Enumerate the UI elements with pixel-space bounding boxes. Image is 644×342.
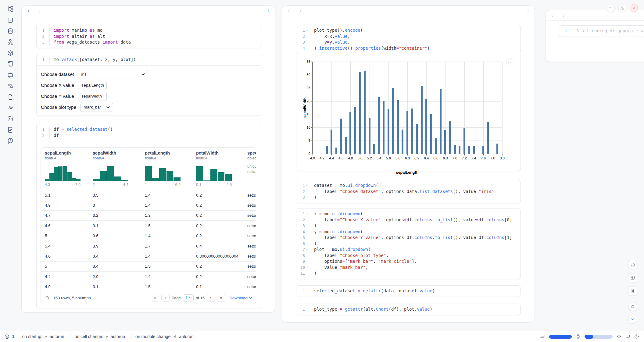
- cpu-usage-bar[interactable]: [585, 335, 613, 339]
- table-row[interactable]: 5.1 3.5 1.4 0.2 setos: [41, 190, 256, 200]
- memory-usage-bar[interactable]: [549, 335, 572, 339]
- code-line[interactable]: ): [310, 223, 520, 229]
- cell-dataframe[interactable]: 1 df = selected_dataset() 2 df sepalLeng…: [36, 124, 261, 308]
- cell-plot-type[interactable]: 1 plot_type = getattr(alt.Chart(df), plo…: [297, 304, 521, 315]
- prev-page-button[interactable]: ‹: [161, 294, 170, 302]
- code-line[interactable]: ): [310, 194, 520, 201]
- column-left-icon[interactable]: [27, 9, 31, 13]
- minimap-button[interactable]: [628, 302, 637, 311]
- code-line[interactable]: x = mo.ui.dropdown(: [310, 211, 520, 217]
- cell-dataset-dropdown[interactable]: 1 › dataset = mo.ui.dropdown( 2 label="C…: [297, 180, 521, 203]
- dropdown-select[interactable]: mark_bar: [80, 103, 113, 112]
- shutdown-button[interactable]: [630, 4, 638, 12]
- column-header-species[interactable]: speci objec uniqu nulls:: [247, 151, 256, 190]
- fold-chevron-icon[interactable]: ›: [305, 230, 309, 233]
- code-line[interactable]: ): [310, 270, 520, 276]
- datasources-icon[interactable]: [7, 28, 14, 34]
- column-header[interactable]: petalWidth float64 0.1 2.5: [196, 151, 247, 190]
- table-row[interactable]: 4.6 3.4 1.4 0.30000000000000004 setos: [41, 251, 256, 261]
- fold-chevron-icon[interactable]: ›: [305, 184, 309, 187]
- runtime-config-item[interactable]: on module change: autorun ›: [135, 334, 200, 339]
- code-line[interactable]: mo.vstack([dataset, x, y, plot]): [49, 57, 261, 63]
- ai-sparkle-icon[interactable]: [617, 334, 621, 339]
- code-line[interactable]: label="Choose dataset", options=data.lis…: [310, 189, 520, 195]
- fold-chevron-icon[interactable]: ›: [305, 248, 309, 251]
- fold-chevron-icon[interactable]: ›: [305, 212, 309, 216]
- search-icon[interactable]: [45, 295, 50, 301]
- table-row[interactable]: 5 3.6 1.4 0.2 setos: [41, 231, 256, 241]
- menu-button[interactable]: [606, 4, 615, 12]
- dependency-graph-icon[interactable]: [7, 39, 14, 45]
- column-right-icon[interactable]: [298, 9, 302, 13]
- add-column-button[interactable]: +: [267, 9, 270, 13]
- add-column-button[interactable]: +: [526, 9, 530, 13]
- dropdown-select[interactable]: iris: [78, 70, 148, 79]
- code-line[interactable]: import altair as alt: [49, 34, 261, 40]
- code-line[interactable]: ): [310, 241, 520, 247]
- documentation-icon[interactable]: [7, 94, 14, 100]
- table-row[interactable]: 4.4 2.9 1.4 0.2 setos: [41, 271, 256, 281]
- dropdown-select[interactable]: sepalLength: [78, 81, 107, 90]
- file-tree-icon[interactable]: [7, 6, 14, 12]
- table-row[interactable]: 5.4 3.9 1.7 0.4 setos: [41, 241, 256, 251]
- chart-options-button[interactable]: ···: [506, 59, 514, 66]
- code-line[interactable]: y=y.value,: [310, 39, 520, 45]
- chart-plot-area[interactable]: 4.04.24.44.64.85.05.25.45.65.86.06.26.46…: [312, 62, 502, 154]
- fold-chevron-icon[interactable]: ›: [305, 29, 309, 32]
- code-line[interactable]: from vega_datasets import data: [49, 39, 261, 45]
- code-line[interactable]: df = selected_dataset(): [49, 126, 261, 133]
- code-placeholder[interactable]: Start coding or generate with: [572, 28, 644, 34]
- tracing-icon[interactable]: [7, 105, 14, 111]
- code-line[interactable]: df: [49, 133, 261, 139]
- scroll-to-cell-button[interactable]: [628, 315, 637, 324]
- cell-xy-plot-dropdowns[interactable]: 1 › x = mo.ui.dropdown( 2 label="Choose …: [297, 208, 521, 279]
- code-line[interactable]: value="mark_bar",: [310, 265, 520, 271]
- code-line[interactable]: x=x.value,: [310, 34, 520, 40]
- table-row[interactable]: 4.9 3 1.4 0.2 setos: [41, 200, 256, 210]
- column-header[interactable]: sepalLength float64 4.3 7.9: [45, 151, 93, 190]
- cell-selected-dataset[interactable]: 1 selected_dataset = getattr(data, datas…: [297, 285, 521, 297]
- cell-plot[interactable]: 1 › plot_type().encode( 2 x=x.value, 3 y…: [297, 25, 521, 54]
- code-line[interactable]: options=["mark_bar", "mark_circle"],: [310, 258, 520, 265]
- scratchpad-icon[interactable]: [7, 126, 14, 133]
- scripts-icon[interactable]: [7, 61, 14, 67]
- history-clock-icon[interactable]: [634, 334, 639, 339]
- feedback-icon[interactable]: [625, 334, 630, 339]
- table-row[interactable]: 4.6 3.1 1.5 0.2 setos: [41, 220, 256, 230]
- code-line[interactable]: dataset = mo.ui.dropdown(: [310, 183, 520, 189]
- functions-icon[interactable]: [7, 17, 14, 23]
- keyboard-icon[interactable]: [539, 334, 545, 339]
- cell-imports[interactable]: 1 import marimo as mo 2 import altair as…: [36, 25, 261, 48]
- code-line[interactable]: selected_dataset = getattr(data, dataset…: [310, 288, 520, 294]
- table-row[interactable]: 5 3.4 1.5 0.2 setos: [41, 261, 256, 271]
- first-page-button[interactable]: «: [151, 294, 159, 302]
- error-indicator[interactable]: 0: [4, 334, 14, 339]
- table-row[interactable]: 4.7 3.2 1.3 0.2 setos: [41, 210, 256, 220]
- column-right-icon[interactable]: [38, 9, 42, 13]
- next-page-button[interactable]: ›: [207, 294, 215, 302]
- packages-icon[interactable]: [7, 50, 14, 56]
- runtime-config-item[interactable]: on cell change: autorun: [74, 334, 131, 339]
- last-page-button[interactable]: »: [217, 294, 225, 302]
- page-select[interactable]: 1: [183, 294, 194, 301]
- code-line[interactable]: ).interactive().properties(width="contai…: [310, 45, 520, 52]
- code-line[interactable]: label="Choose plot type",: [310, 253, 520, 259]
- column-left-icon[interactable]: [550, 13, 555, 18]
- logs-icon[interactable]: [7, 83, 14, 89]
- layout-select-button[interactable]: [628, 273, 637, 282]
- dropdown-select[interactable]: sepalWidth: [78, 92, 107, 101]
- column-right-icon[interactable]: [561, 13, 566, 18]
- table-row[interactable]: 4.9 3.1 1.5 0.1 setos: [41, 282, 256, 292]
- column-left-icon[interactable]: [287, 9, 291, 13]
- code-line[interactable]: label="Choose Y value", options=df.colum…: [310, 235, 520, 241]
- column-header[interactable]: petalLength float64 1 6.9: [145, 151, 196, 190]
- code-line[interactable]: y = mo.ui.dropdown(: [310, 229, 520, 235]
- code-line[interactable]: plot_type().encode(: [310, 27, 520, 34]
- code-line[interactable]: plot = mo.ui.dropdown(: [310, 247, 520, 253]
- column-header[interactable]: sepalWidth float64 2 4.4: [93, 151, 145, 190]
- code-line[interactable]: import marimo as mo: [49, 27, 261, 34]
- runtime-config-item[interactable]: on startup: autorun: [22, 334, 71, 339]
- settings-button[interactable]: [618, 4, 626, 12]
- ai-chat-icon[interactable]: [7, 72, 14, 78]
- cell-vstack[interactable]: 1 mo.vstack([dataset, x, y, plot]) Choos…: [36, 54, 261, 116]
